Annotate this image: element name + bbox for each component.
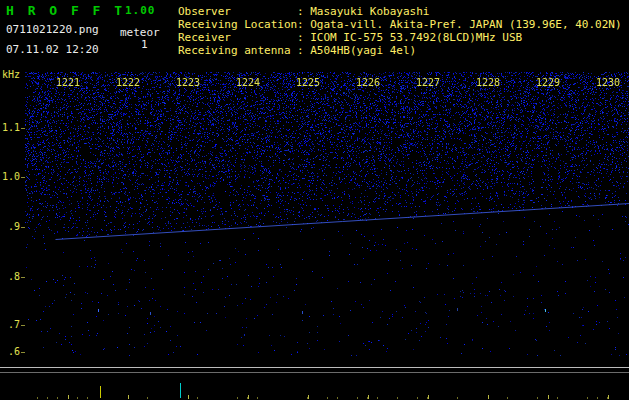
time-tick-label: 1228 xyxy=(472,77,504,88)
freq-tick-label: .6 xyxy=(0,346,20,357)
minute-tick xyxy=(488,395,489,399)
sub-tick xyxy=(197,397,198,399)
freq-tick-mark xyxy=(21,325,25,326)
info-colon: : xyxy=(297,31,310,44)
minute-tick xyxy=(248,395,249,399)
info-label: Receiving Location xyxy=(178,18,297,31)
meteor-count: 1 xyxy=(141,38,148,51)
datetime-label: 07.11.02 12:20 xyxy=(6,43,99,56)
sub-tick xyxy=(327,397,328,399)
freq-tick-mark xyxy=(21,352,25,353)
info-value: Masayuki Kobayashi xyxy=(310,5,429,18)
sub-tick xyxy=(357,397,358,399)
time-tick-label: 1222 xyxy=(112,77,144,88)
minute-tick xyxy=(548,395,549,399)
minute-tick xyxy=(428,395,429,399)
time-tick-label: 1221 xyxy=(52,77,84,88)
time-tick-label: 1224 xyxy=(232,77,264,88)
info-label: Receiver xyxy=(178,31,297,44)
info-colon: : xyxy=(297,44,310,57)
minute-tick xyxy=(68,395,69,399)
sub-tick xyxy=(257,397,258,399)
output-filename: 0711021220.png xyxy=(6,23,99,36)
sub-tick xyxy=(47,397,48,399)
minute-tick xyxy=(608,395,609,399)
freq-tick-mark xyxy=(21,277,25,278)
sub-tick xyxy=(37,397,38,399)
minute-tick xyxy=(128,395,129,399)
mode-label: meteor xyxy=(120,26,160,39)
freq-tick-mark xyxy=(21,177,25,178)
station-info-row: Receiving antenna: A504HB(yagi 4el) xyxy=(178,44,622,57)
station-info-row: Receiver: ICOM IC-575 53.7492(8LCD)MHz U… xyxy=(178,31,622,44)
spectrogram-canvas xyxy=(25,72,629,356)
app-version-label: 1.00 xyxy=(125,4,156,17)
sub-tick xyxy=(417,397,418,399)
sub-tick xyxy=(237,397,238,399)
app-logo: H R O F F T xyxy=(6,3,125,18)
sub-tick xyxy=(77,397,78,399)
sub-tick xyxy=(587,397,588,399)
sub-tick xyxy=(597,397,598,399)
freq-tick-label: .7 xyxy=(0,319,20,330)
freq-tick-label: 1.1 xyxy=(0,122,20,133)
info-value: A504HB(yagi 4el) xyxy=(310,44,416,57)
minute-tick xyxy=(188,395,189,399)
minute-tick xyxy=(368,395,369,399)
event-mark xyxy=(180,383,181,398)
info-value: Ogata-vill. Akita-Pref. JAPAN (139.96E, … xyxy=(310,18,621,31)
signal-level-trace-upper xyxy=(0,367,629,368)
signal-level-trace-lower xyxy=(0,372,629,373)
freq-tick-label: .9 xyxy=(0,221,20,232)
freq-tick-mark xyxy=(21,227,25,228)
sub-tick xyxy=(507,397,508,399)
freq-axis-unit: kHz xyxy=(2,69,20,80)
sub-tick xyxy=(537,397,538,399)
station-info-row: Observer: Masayuki Kobayashi xyxy=(178,5,622,18)
time-tick-label: 1226 xyxy=(352,77,384,88)
sub-tick xyxy=(57,397,58,399)
station-info: Observer: Masayuki KobayashiReceiving Lo… xyxy=(178,5,622,57)
time-tick-label: 1230 xyxy=(592,77,624,88)
sub-tick xyxy=(147,397,148,399)
sub-tick xyxy=(457,397,458,399)
minute-tick xyxy=(308,395,309,399)
freq-tick-mark xyxy=(21,128,25,129)
freq-tick-label: 1.0 xyxy=(0,171,20,182)
freq-tick-label: .8 xyxy=(0,271,20,282)
event-mark xyxy=(100,386,101,398)
hrofft-output-image: H R O F F T 1.00 0711021220.png meteor 0… xyxy=(0,0,629,400)
info-label: Receiving antenna xyxy=(178,44,297,57)
sub-tick xyxy=(87,397,88,399)
info-label: Observer xyxy=(178,5,297,18)
time-tick-label: 1223 xyxy=(172,77,204,88)
sub-tick xyxy=(557,397,558,399)
time-tick-label: 1227 xyxy=(412,77,444,88)
time-tick-label: 1225 xyxy=(292,77,324,88)
sub-tick xyxy=(337,397,338,399)
info-colon: : xyxy=(297,5,310,18)
time-tick-label: 1229 xyxy=(532,77,564,88)
sub-tick xyxy=(397,397,398,399)
info-value: ICOM IC-575 53.7492(8LCD)MHz USB xyxy=(310,31,522,44)
sub-tick xyxy=(377,397,378,399)
station-info-row: Receiving Location: Ogata-vill. Akita-Pr… xyxy=(178,18,622,31)
info-colon: : xyxy=(297,18,310,31)
